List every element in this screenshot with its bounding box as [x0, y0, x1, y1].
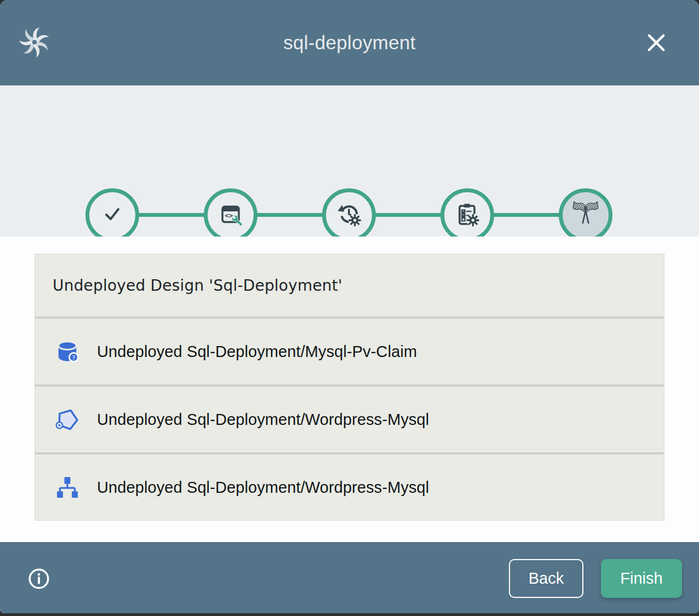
- modal-header: sql-deployment: [0, 0, 699, 85]
- row-text: Undeployed Sql-Deployment/Mysql-Pv-Claim: [97, 343, 417, 361]
- undeployed-results-panel: Undeployed Design 'Sql-Deployment' ? Und…: [35, 254, 664, 521]
- info-icon[interactable]: [27, 567, 50, 590]
- step-circle: <>: [204, 188, 257, 242]
- modal-footer: Back Finish: [0, 542, 699, 613]
- panel-header-text: Undeployed Design 'Sql-Deployment': [53, 277, 342, 295]
- database-icon: ?: [53, 337, 82, 366]
- modal-title: sql-deployment: [0, 0, 699, 85]
- deployment-stepper: Validate Design <> Identify Environments: [0, 85, 699, 237]
- step-circle: [322, 188, 376, 242]
- table-row: Undeployed Sql-Deployment/Wordpress-Mysq…: [35, 387, 664, 452]
- table-row: ? Undeployed Sql-Deployment/Mysql-Pv-Cla…: [35, 319, 664, 384]
- checkered-flags-icon: [570, 199, 601, 232]
- row-text: Undeployed Sql-Deployment/Wordpress-Mysq…: [97, 411, 429, 429]
- results-content: Undeployed Design 'Sql-Deployment' ? Und…: [0, 237, 699, 542]
- step-circle: [85, 188, 139, 242]
- code-wrench-icon: <>: [218, 202, 243, 229]
- clipboard-gear-icon: [454, 201, 480, 229]
- refresh-gear-icon: [336, 201, 362, 229]
- finish-button[interactable]: Finish: [601, 559, 682, 598]
- deployment-wizard-modal: sql-deployment Validate Design: [0, 0, 699, 613]
- hierarchy-icon: [53, 473, 82, 502]
- table-row: Undeployed Sql-Deployment/Wordpress-Mysq…: [35, 454, 664, 520]
- row-text: Undeployed Sql-Deployment/Wordpress-Mysq…: [97, 479, 429, 497]
- check-icon: [99, 201, 125, 229]
- panel-header-row: Undeployed Design 'Sql-Deployment': [35, 254, 664, 316]
- pentagon-icon: [53, 405, 82, 434]
- close-icon[interactable]: [642, 28, 671, 57]
- step-circle-active: [559, 188, 612, 242]
- step-circle: [440, 188, 494, 242]
- back-button[interactable]: Back: [509, 559, 583, 598]
- svg-text:?: ?: [72, 354, 75, 361]
